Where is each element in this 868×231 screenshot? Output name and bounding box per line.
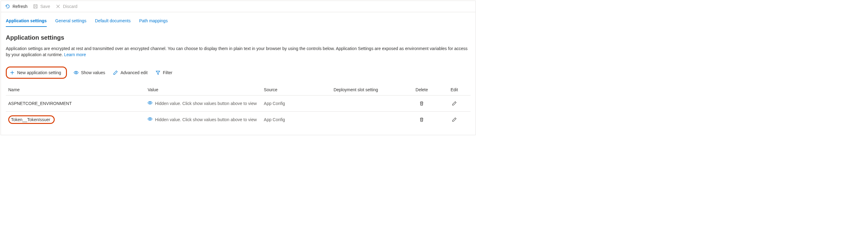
refresh-button[interactable]: Refresh [5, 3, 28, 9]
setting-name[interactable]: Token__TokenIssuer [11, 117, 50, 122]
hidden-value-text: Hidden value. Click show values button a… [155, 117, 257, 122]
advanced-edit-label: Advanced edit [120, 70, 148, 75]
pencil-icon [113, 70, 118, 75]
advanced-edit-button[interactable]: Advanced edit [112, 68, 149, 77]
filter-icon [156, 70, 160, 75]
highlight-setting-name: Token__TokenIssuer [8, 116, 55, 124]
learn-more-link[interactable]: Learn more [64, 52, 86, 57]
highlight-new-setting: New application setting [6, 67, 67, 79]
hidden-value[interactable]: Hidden value. Click show values button a… [148, 100, 257, 106]
show-values-button[interactable]: Show values [72, 68, 106, 77]
refresh-icon [5, 4, 10, 9]
settings-action-bar: New application setting Show values Adva… [6, 67, 470, 79]
settings-table: Name Value Source Deployment slot settin… [6, 84, 470, 128]
setting-name[interactable]: ASPNETCORE_ENVIRONMENT [8, 101, 72, 106]
save-label: Save [40, 4, 50, 9]
svg-point-3 [149, 119, 151, 120]
new-application-setting-button[interactable]: New application setting [8, 68, 62, 77]
eye-icon [74, 70, 79, 75]
filter-label: Filter [163, 70, 172, 75]
trash-icon [419, 101, 424, 106]
show-values-label: Show values [81, 70, 105, 75]
tab-path-mappings[interactable]: Path mappings [139, 16, 167, 27]
col-header-edit: Edit [438, 84, 470, 96]
section-heading: Application settings [6, 34, 470, 41]
new-setting-label: New application setting [17, 70, 61, 75]
hidden-value[interactable]: Hidden value. Click show values button a… [148, 117, 257, 122]
eye-icon [148, 100, 152, 106]
svg-point-2 [149, 102, 151, 103]
discard-label: Discard [63, 4, 77, 9]
discard-button[interactable]: Discard [56, 3, 77, 9]
tab-general-settings[interactable]: General settings [55, 16, 87, 27]
delete-button[interactable] [418, 100, 425, 107]
col-header-value[interactable]: Value [145, 84, 261, 96]
refresh-label: Refresh [12, 4, 28, 9]
setting-source: App Config [264, 117, 285, 122]
section-description: Application settings are encrypted at re… [6, 45, 470, 58]
discard-icon [56, 4, 61, 9]
trash-icon [419, 117, 424, 122]
svg-rect-0 [34, 5, 37, 8]
col-header-slot[interactable]: Deployment slot setting [331, 84, 405, 96]
tab-application-settings[interactable]: Application settings [6, 16, 47, 27]
col-header-source[interactable]: Source [261, 84, 331, 96]
col-header-delete: Delete [405, 84, 438, 96]
save-icon [33, 4, 38, 9]
deployment-slot-cell [331, 111, 405, 128]
table-row: ASPNETCORE_ENVIRONMENTHidden value. Clic… [6, 95, 470, 111]
command-bar: Refresh Save Discard [1, 1, 475, 12]
eye-icon [148, 117, 152, 122]
filter-button[interactable]: Filter [154, 68, 174, 77]
pencil-icon [452, 101, 457, 106]
edit-button[interactable] [451, 100, 458, 107]
delete-button[interactable] [418, 116, 425, 123]
svg-point-1 [75, 72, 77, 73]
content-area: Application settings Application setting… [1, 27, 475, 135]
table-row: Token__TokenIssuerHidden value. Click sh… [6, 111, 470, 128]
hidden-value-text: Hidden value. Click show values button a… [155, 101, 257, 106]
edit-button[interactable] [451, 116, 458, 123]
setting-source: App Config [264, 101, 285, 106]
deployment-slot-cell [331, 95, 405, 111]
config-panel: Refresh Save Discard Application setting… [1, 1, 476, 135]
save-button[interactable]: Save [33, 3, 50, 9]
col-header-name[interactable]: Name [6, 84, 145, 96]
tab-bar: Application settings General settings De… [1, 12, 475, 27]
tab-default-documents[interactable]: Default documents [95, 16, 131, 27]
pencil-icon [452, 117, 457, 122]
plus-icon [10, 70, 15, 75]
